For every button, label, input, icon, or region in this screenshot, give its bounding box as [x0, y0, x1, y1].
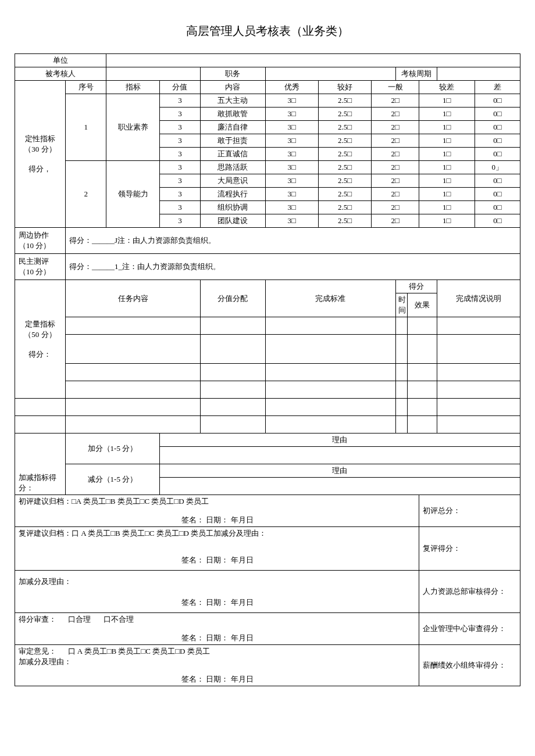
seq-1: 1 [65, 94, 106, 161]
col-time: 时间 [395, 293, 407, 317]
add-reason-field[interactable] [159, 447, 520, 464]
peer-label: 周边协作（10 分） [15, 228, 66, 254]
assessment-table: 单位 被考核人 职务 考核周期 定性指标（30 分） 得分， 序号 指标 分值 … [15, 53, 520, 686]
col-std: 完成标准 [265, 280, 395, 317]
prelim-score[interactable]: 初评总分： [419, 495, 520, 527]
col-indicator: 指标 [106, 81, 159, 94]
col-seq: 序号 [65, 81, 106, 94]
page-title: 高层管理人员考核表（业务类） [15, 23, 520, 39]
unit-field[interactable] [106, 54, 520, 67]
final-block[interactable]: 审定意见： 口 A 类员工□B 类员工□C 类员工□D 类员工 加减分及理由： … [15, 645, 419, 686]
position-label: 职务 [201, 67, 265, 81]
col-bad: 差 [475, 81, 520, 94]
review-score[interactable]: 复评得分： [419, 527, 520, 571]
ind-1: 职业素养 [106, 94, 159, 161]
col-alloc: 分值分配 [201, 280, 265, 317]
sub-reason-label: 理由 [159, 464, 520, 478]
col-good: 较好 [318, 81, 371, 94]
adj-section-label: 加减指标得分： [15, 433, 66, 495]
sub-label: 减分（1-5 分） [65, 464, 159, 495]
review-block[interactable]: 复评建议归档：口 A 类员工□B 类员工□C 类员工□D 类员工加减分及理由： … [15, 527, 419, 571]
appraisee-label: 被考核人 [15, 67, 106, 81]
sub-reason-field[interactable] [159, 478, 520, 495]
mgmt-score[interactable]: 企业管理中心审查得分： [419, 613, 520, 645]
col-poor: 较差 [419, 81, 475, 94]
col-avg: 一般 [372, 81, 419, 94]
col-score-h: 得分 [395, 280, 437, 293]
qual-section-label: 定性指标（30 分） 得分， [15, 81, 66, 228]
prelim-block[interactable]: 初评建议归档：□A 类员工□B 类员工□C 类员工□D 类员工 签名： 日期： … [15, 495, 419, 527]
hr-score[interactable]: 人力资源总部审核得分： [419, 571, 520, 613]
col-desc: 完成情况说明 [437, 280, 520, 317]
demo-label: 民主测评（10 分） [15, 254, 66, 280]
position-field[interactable] [265, 67, 395, 81]
comp-score[interactable]: 薪酬绩效小组终审得分： [419, 645, 520, 686]
col-effect: 效果 [407, 293, 437, 317]
col-excellent: 优秀 [265, 81, 318, 94]
seq-2: 2 [65, 161, 106, 228]
quant-section-label: 定量指标（50 分） 得分： [15, 280, 66, 399]
add-reason-label: 理由 [159, 433, 520, 447]
period-label: 考核周期 [395, 67, 437, 81]
col-content: 内容 [201, 81, 265, 94]
demo-text[interactable]: 得分：______1_注：由人力资源部负责组织。 [65, 254, 520, 280]
period-field[interactable] [437, 67, 520, 81]
col-task: 任务内容 [65, 280, 200, 317]
add-label: 加分（1-5 分） [65, 433, 159, 464]
adj-reason-block[interactable]: 加减分及理由： 签名： 日期： 年月日 [15, 571, 419, 613]
col-score: 分值 [159, 81, 200, 94]
appraisee-field[interactable] [106, 67, 201, 81]
peer-text[interactable]: 得分：______J注：由人力资源部负责组织。 [65, 228, 520, 254]
score-check-block[interactable]: 得分审查： 口合理 口不合理 签名： 日期： 年月日 [15, 613, 419, 645]
unit-label: 单位 [15, 54, 106, 67]
ind-2: 领导能力 [106, 161, 159, 228]
